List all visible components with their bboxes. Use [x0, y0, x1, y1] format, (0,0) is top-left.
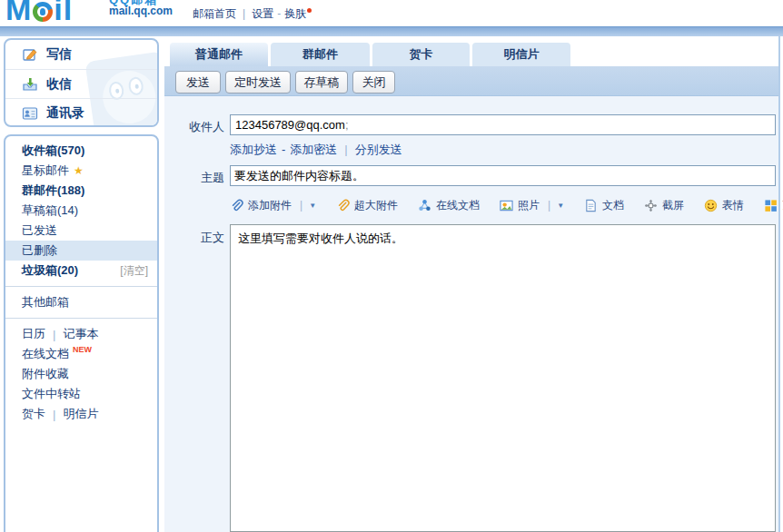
nav-settings-link[interactable]: 设置: [252, 7, 273, 20]
tool-separator: |: [53, 328, 55, 341]
subject-input[interactable]: [230, 165, 776, 186]
qqmail-logo[interactable]: M il: [5, 0, 73, 26]
sidebar-actions-box: 写信 收信 通讯录: [4, 38, 159, 127]
attachment-toolbar: 添加附件 |▼ 超大附件 在线文档 照片 |▼: [230, 191, 783, 220]
new-badge: NEW: [73, 345, 92, 354]
action-button-bar: 发送 定时发送 存草稿 关闭: [164, 66, 778, 96]
doc-button[interactable]: 文档: [584, 198, 624, 213]
attach-label: 在线文档: [436, 198, 480, 213]
online-doc-button[interactable]: 在线文档: [418, 198, 480, 213]
to-value: 123456789@qq.com: [235, 118, 345, 132]
sidebar-item-online-docs[interactable]: 在线文档 NEW: [5, 344, 157, 364]
folder-list: 收件箱(570) 星标邮件★ 群邮件(188) 草稿箱(14) 已发送 已删除 …: [5, 136, 157, 424]
tool-separator: |: [53, 408, 55, 421]
add-bcc-link[interactable]: 添加密送: [290, 143, 337, 156]
folder-inbox[interactable]: 收件箱(570): [5, 141, 157, 161]
photo-button[interactable]: 照片 |▼: [500, 198, 564, 213]
sidebar-item-calendar-notebook: 日历 | 记事本: [5, 324, 157, 344]
nav-skin-link[interactable]: 换肤: [284, 7, 306, 20]
save-draft-button[interactable]: 存草稿: [295, 71, 348, 94]
body-label: 正文: [164, 230, 224, 246]
tab-normal-mail[interactable]: 普通邮件: [170, 43, 268, 66]
send-separately-link[interactable]: 分别发送: [355, 143, 402, 156]
sidebar-item-contacts[interactable]: 通讯录: [5, 98, 157, 127]
cc-pipe: |: [344, 143, 347, 156]
folder-label: 已发送: [22, 222, 57, 239]
paperclip-icon: [230, 199, 243, 212]
folder-group-mail[interactable]: 群邮件(188): [5, 181, 157, 201]
tool-label: 在线文档: [22, 346, 69, 362]
sidebar-item-label: 通讯录: [46, 105, 84, 122]
empty-spam-link[interactable]: [清空]: [120, 263, 148, 279]
tab-group-mail[interactable]: 群邮件: [271, 43, 370, 66]
folder-drafts[interactable]: 草稿箱(14): [5, 201, 157, 221]
folder-deleted[interactable]: 已删除: [5, 241, 157, 261]
brand-domain: mail.qq.com: [109, 5, 173, 17]
folder-label: 群邮件(188): [22, 182, 84, 199]
tab-greeting-card[interactable]: 贺卡: [372, 43, 470, 66]
big-attachment-button[interactable]: 超大附件: [336, 198, 398, 213]
paperclip-orange-icon: [336, 199, 350, 212]
sidebar-folders-box: 收件箱(570) 星标邮件★ 群邮件(188) 草稿箱(14) 已发送 已删除 …: [4, 134, 159, 532]
send-button[interactable]: 发送: [175, 71, 221, 94]
chevron-down-icon[interactable]: ▼: [309, 202, 316, 210]
doc-icon: [584, 199, 598, 212]
attach-label: 表情: [722, 198, 744, 213]
compose-form: 收件人 123456789@qq.com; 添加抄送-添加密送|分别发送 主题 …: [164, 96, 778, 532]
compose-panel: 普通邮件 群邮件 贺卡 明信片 发送 定时发送 存草稿 关闭 收件人 12345…: [164, 36, 780, 532]
folder-label: 垃圾箱(20): [22, 262, 78, 279]
logo-letters-il: il: [54, 0, 73, 26]
tool-label: 附件收藏: [22, 366, 69, 382]
folder-label: 已删除: [22, 242, 57, 259]
calendar-link[interactable]: 日历: [22, 326, 45, 342]
sidebar-divider: [5, 318, 157, 319]
top-header: M il QQ邮箱 mail.qq.com 邮箱首页|设置-换肤: [0, 0, 783, 26]
close-button[interactable]: 关闭: [352, 71, 395, 94]
to-input[interactable]: 123456789@qq.com;: [230, 114, 776, 135]
logo-letter-m: M: [5, 0, 32, 26]
sidebar-divider: [5, 286, 157, 287]
tool-label: 文件中转站: [22, 386, 81, 402]
attach-label: 照片: [518, 198, 540, 213]
cc-dash: -: [282, 143, 285, 156]
screenshot-button[interactable]: 截屏: [644, 198, 684, 213]
notebook-link[interactable]: 记事本: [63, 326, 98, 342]
blue-divider-bar: [0, 26, 783, 36]
timed-send-button[interactable]: 定时发送: [225, 71, 291, 94]
nav-mail-home-link[interactable]: 邮箱首页: [193, 7, 236, 20]
chevron-down-icon[interactable]: ▼: [557, 202, 564, 210]
sidebar-item-label: 收信: [46, 76, 72, 93]
more-grid-icon: [764, 199, 778, 212]
add-cc-link[interactable]: 添加抄送: [230, 143, 277, 156]
top-nav: 邮箱首页|设置-换肤: [193, 6, 312, 22]
sidebar-item-compose[interactable]: 写信: [5, 40, 157, 69]
to-label: 收件人: [164, 119, 224, 135]
nav-dash: -: [277, 7, 281, 20]
folder-label: 星标邮件: [22, 163, 69, 179]
more-button[interactable]: 更多: [764, 198, 783, 213]
to-suffix: ;: [345, 118, 349, 132]
sidebar-item-attachment-favorites[interactable]: 附件收藏: [5, 364, 157, 384]
smiley-icon: [704, 199, 718, 212]
sidebar-item-file-transfer[interactable]: 文件中转站: [5, 384, 157, 404]
toolbar-vr: |: [300, 199, 302, 212]
postcard-link[interactable]: 明信片: [63, 406, 98, 422]
folder-sent[interactable]: 已发送: [5, 221, 157, 241]
screenshot-icon: [644, 199, 658, 212]
subject-label: 主题: [164, 170, 224, 186]
nav-separator: |: [243, 7, 245, 20]
emoticon-button[interactable]: 表情: [704, 198, 744, 213]
sidebar-item-receive[interactable]: 收信: [5, 69, 157, 98]
body-textarea[interactable]: 这里填写需要对收件人说的话。: [230, 224, 776, 532]
tab-postcard[interactable]: 明信片: [472, 43, 570, 66]
sidebar-item-other-mailbox[interactable]: 其他邮箱: [5, 292, 157, 312]
tool-label: 其他邮箱: [22, 294, 69, 310]
folder-starred[interactable]: 星标邮件★: [5, 161, 157, 181]
contacts-icon: [22, 105, 38, 122]
logo-penguin-icon: [33, 2, 53, 22]
star-icon: ★: [74, 164, 84, 177]
add-attachment-button[interactable]: 添加附件 |▼: [230, 198, 316, 213]
folder-spam[interactable]: 垃圾箱(20)[清空]: [5, 261, 157, 281]
greeting-card-link[interactable]: 贺卡: [22, 406, 45, 422]
sidebar-item-cards: 贺卡 | 明信片: [5, 404, 157, 424]
